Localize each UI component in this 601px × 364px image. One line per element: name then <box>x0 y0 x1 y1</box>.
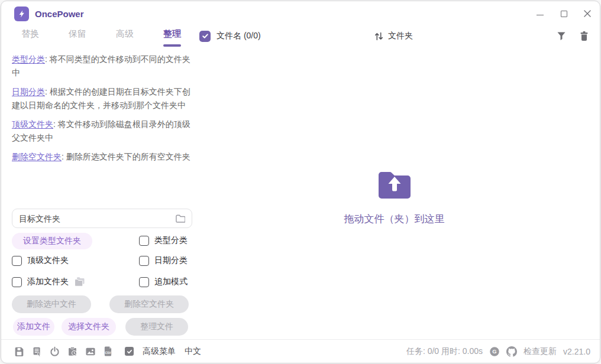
advanced-menu-label[interactable]: 高级菜单 <box>143 346 176 357</box>
drop-zone[interactable]: 拖动文件（夹）到这里 <box>199 168 589 226</box>
tab-replace[interactable]: 替换 <box>21 28 39 47</box>
keyword-delete-empty: 删除空文件夹 <box>12 152 62 161</box>
keyword-date-classify: 日期分类 <box>12 87 45 96</box>
language-switch[interactable]: 中文 <box>185 346 201 357</box>
sort-label: 文件夹 <box>388 31 413 41</box>
github-icon <box>506 346 517 357</box>
date-classify-checkbox[interactable] <box>139 256 149 266</box>
version-text: v2.21.0 <box>563 347 590 356</box>
description-top-folder: 顶级文件夹: 将文件移动到除磁盘根目录外的顶级父文件夹中 <box>12 118 191 145</box>
gitee-link[interactable]: G <box>489 346 500 357</box>
append-mode-label: 追加模式 <box>154 277 188 287</box>
sort-arrows-icon <box>374 31 384 41</box>
keyword-type-classify: 类型分类 <box>12 54 45 64</box>
add-files-button[interactable]: 添加文件 <box>13 318 54 336</box>
list-header-actions <box>557 31 589 41</box>
csv-export-button[interactable]: CSV <box>104 346 112 356</box>
checkbox-append-mode[interactable]: 追加模式 <box>139 277 188 287</box>
select-folder-button[interactable]: 选择文件夹 <box>62 318 116 336</box>
svg-text:G: G <box>492 348 496 355</box>
keyword-top-folder: 顶级文件夹 <box>12 119 53 129</box>
checkbox-add-folder[interactable]: 添加文件夹 <box>12 277 85 287</box>
maximize-button[interactable] <box>560 9 568 18</box>
description-delete-empty: 删除空文件夹: 删除所选文件夹下的所有空文件夹 <box>12 150 191 164</box>
tab-keep[interactable]: 保留 <box>69 28 86 47</box>
power-button[interactable] <box>50 346 60 356</box>
delete-selected-button[interactable]: 删除选中文件 <box>12 295 91 313</box>
select-all-label: 文件名 (0/0) <box>217 31 261 41</box>
lightning-bolt-icon <box>17 9 26 18</box>
close-button[interactable] <box>583 9 592 18</box>
power-icon <box>50 346 60 356</box>
statusbar-tools: CSV 高级菜单 中文 <box>14 346 201 357</box>
image-button[interactable] <box>85 347 96 356</box>
drop-hint-text: 拖动文件（夹）到这里 <box>199 212 589 226</box>
app-window: OncePower 替换 保留 高级 整理 文件名 (0/0) 文件夹 <box>1 1 600 363</box>
type-classify-label: 类型分类 <box>154 235 188 246</box>
organize-files-button[interactable]: 整理文件 <box>125 318 188 336</box>
image-icon <box>85 347 96 356</box>
window-controls <box>536 9 592 18</box>
close-icon <box>584 10 591 17</box>
filter-button[interactable] <box>557 31 566 41</box>
advanced-menu-checkbox[interactable] <box>125 347 134 356</box>
add-folder-checkbox[interactable] <box>12 277 22 287</box>
filter-icon <box>557 31 566 41</box>
folder-upload-icon <box>376 168 413 202</box>
app-logo <box>14 6 29 21</box>
titlebar: OncePower <box>1 1 600 26</box>
csv-file-icon: CSV <box>104 346 112 356</box>
top-folder-checkbox[interactable] <box>12 256 22 266</box>
date-classify-label: 日期分类 <box>154 255 188 266</box>
browse-folder-button[interactable] <box>175 214 185 223</box>
clear-list-button[interactable] <box>579 31 589 41</box>
add-folder-label: 添加文件夹 <box>27 277 69 287</box>
check-icon <box>127 349 133 355</box>
feature-descriptions: 类型分类: 将不同类型的文件移动到不同的文件夹中 日期分类: 根据文件的创建日期… <box>12 53 191 169</box>
delete-empty-folders-button[interactable]: 删除空文件夹 <box>109 295 189 313</box>
check-update-link[interactable]: 检查更新 <box>524 346 557 357</box>
target-folder-field <box>12 209 192 228</box>
statusbar-info: 任务: 0/0 用时: 0.00s G 检查更新 v2.21.0 <box>406 346 590 357</box>
select-all-checkbox[interactable] <box>199 31 211 42</box>
check-icon <box>202 32 209 40</box>
minimize-button[interactable] <box>536 9 544 18</box>
app-title: OncePower <box>35 9 84 19</box>
tab-advanced[interactable]: 高级 <box>116 28 134 47</box>
description-date-classify: 日期分类: 根据文件的创建日期在目标文件夹下创建以日期命名的文件夹，并移动到那个… <box>12 85 191 112</box>
target-folder-input[interactable] <box>19 214 175 223</box>
append-mode-checkbox[interactable] <box>139 277 149 287</box>
save-icon <box>14 346 24 356</box>
gitee-icon: G <box>489 346 500 357</box>
set-type-folder-button[interactable]: 设置类型文件夹 <box>12 233 92 249</box>
tab-organize[interactable]: 整理 <box>163 28 181 47</box>
github-link[interactable] <box>506 346 517 357</box>
checkbox-date-classify[interactable]: 日期分类 <box>139 255 188 266</box>
task-status-text: 任务: 0/0 用时: 0.00s <box>406 346 483 357</box>
log-icon <box>32 346 42 356</box>
history-button[interactable] <box>67 346 77 356</box>
save-button[interactable] <box>14 346 24 356</box>
folder-outline-icon <box>175 214 185 223</box>
file-list-header: 文件名 (0/0) 文件夹 <box>199 28 589 44</box>
type-classify-checkbox[interactable] <box>139 236 149 246</box>
sort-control[interactable]: 文件夹 <box>374 31 413 41</box>
select-all-control[interactable]: 文件名 (0/0) <box>199 31 261 42</box>
log-button[interactable] <box>32 346 42 356</box>
description-type-classify: 类型分类: 将不同类型的文件移动到不同的文件夹中 <box>12 53 191 80</box>
folders-copy-icon <box>74 277 85 287</box>
trash-icon <box>579 31 589 41</box>
svg-text:CSV: CSV <box>105 352 112 355</box>
tab-bar: 替换 保留 高级 整理 <box>21 28 181 47</box>
clipboard-clock-icon <box>67 346 77 356</box>
top-folder-label: 顶级文件夹 <box>27 255 69 266</box>
statusbar: CSV 高级菜单 中文 任务: 0/0 用时: 0.00s G 检查更新 v2.… <box>1 339 600 363</box>
checkbox-top-folder[interactable]: 顶级文件夹 <box>12 255 69 266</box>
checkbox-type-classify[interactable]: 类型分类 <box>139 235 188 246</box>
